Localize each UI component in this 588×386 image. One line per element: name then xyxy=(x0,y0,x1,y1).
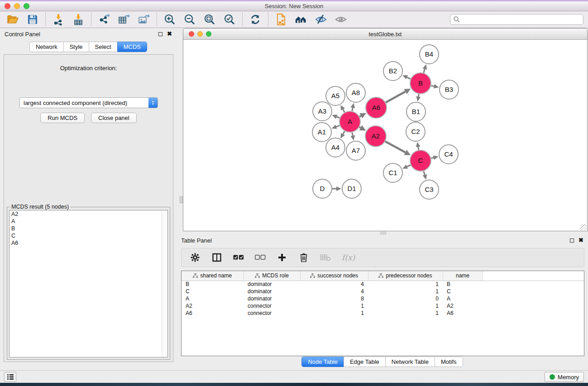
table-cell[interactable]: B xyxy=(443,281,483,288)
table-cell[interactable]: 1 xyxy=(300,310,368,317)
table-cell[interactable]: 1 xyxy=(368,302,443,310)
graph-edge[interactable] xyxy=(407,165,411,167)
graph-edge[interactable] xyxy=(352,108,353,111)
result-item[interactable]: A xyxy=(10,218,167,225)
zoom-fit-icon[interactable] xyxy=(203,13,216,26)
resize-grip-icon[interactable] xyxy=(580,224,587,230)
table-row[interactable]: A2connector11A2 xyxy=(182,302,584,310)
zoom-out-icon[interactable] xyxy=(183,13,196,26)
open-file-icon[interactable] xyxy=(6,13,19,26)
scrollbar-track[interactable] xyxy=(162,210,167,357)
delete-table-icon[interactable] xyxy=(320,252,331,263)
close-panel-button[interactable]: Close panel xyxy=(91,113,137,123)
graph-edge[interactable] xyxy=(431,157,433,158)
table-row[interactable]: Bdominator41B xyxy=(182,281,584,288)
table-cell[interactable]: 0 xyxy=(368,295,443,302)
select-all-icon[interactable] xyxy=(233,252,244,263)
table-cell[interactable]: 8 xyxy=(300,295,368,302)
hide-panels-icon[interactable] xyxy=(315,13,327,26)
graph-edge[interactable] xyxy=(359,116,361,117)
table-row[interactable]: Cdominator41C xyxy=(182,288,584,295)
graph-edge[interactable] xyxy=(418,94,419,97)
graph-edge[interactable] xyxy=(343,110,345,112)
column-header[interactable]: predecessor nodes xyxy=(368,271,443,281)
memory-button[interactable]: Memory xyxy=(545,372,584,382)
show-columns-icon[interactable] xyxy=(211,252,222,263)
tab-motifs[interactable]: Motifs xyxy=(435,357,463,367)
search-input[interactable] xyxy=(460,16,583,23)
graph-edge[interactable] xyxy=(337,117,340,118)
tab-network[interactable]: Network xyxy=(29,42,63,52)
new-network-from-file-icon[interactable] xyxy=(275,13,287,26)
graph-edge[interactable] xyxy=(424,171,425,175)
table-cell[interactable]: connector xyxy=(244,302,300,310)
table-cell[interactable]: 1 xyxy=(300,302,368,310)
table-settings-icon[interactable] xyxy=(190,252,201,263)
graph-edge[interactable] xyxy=(385,141,406,152)
show-all-networks-icon[interactable] xyxy=(295,13,307,26)
column-header[interactable]: name xyxy=(443,271,483,281)
table-cell[interactable]: A2 xyxy=(443,302,483,310)
table-cell[interactable]: A6 xyxy=(443,310,483,317)
result-item[interactable]: A2 xyxy=(10,210,167,218)
search-box[interactable] xyxy=(450,14,583,25)
graph-edge[interactable] xyxy=(336,125,340,127)
graph-edge[interactable] xyxy=(352,133,353,136)
tab-style[interactable]: Style xyxy=(63,42,89,52)
table-cell[interactable]: A xyxy=(182,295,244,302)
tab-network-table[interactable]: Network Table xyxy=(385,357,435,367)
deselect-all-icon[interactable] xyxy=(255,252,266,263)
table-cell[interactable]: 4 xyxy=(300,288,368,295)
graph-edge[interactable] xyxy=(386,91,406,102)
graph-edge[interactable] xyxy=(359,127,361,128)
table-cell[interactable]: connector xyxy=(244,310,300,317)
table-cell[interactable]: A6 xyxy=(182,310,244,317)
float-icon[interactable] xyxy=(570,238,574,243)
table-cell[interactable]: dominator xyxy=(244,288,300,295)
export-network-icon[interactable] xyxy=(98,13,110,26)
export-image-icon[interactable] xyxy=(138,13,150,26)
close-icon[interactable]: ✖ xyxy=(167,32,172,36)
column-header[interactable]: MCDS role xyxy=(244,271,300,281)
graph-edge[interactable] xyxy=(407,77,411,79)
table-cell[interactable]: 4 xyxy=(300,281,368,288)
table-cell[interactable]: dominator xyxy=(244,295,300,302)
import-table-icon[interactable] xyxy=(72,13,85,26)
result-item[interactable]: C xyxy=(10,232,167,239)
export-table-icon[interactable] xyxy=(118,13,130,26)
horizontal-splitter[interactable] xyxy=(177,231,588,234)
result-item[interactable]: A6 xyxy=(10,239,167,247)
column-header[interactable]: shared name xyxy=(182,271,244,281)
table-cell[interactable]: 1 xyxy=(368,281,443,288)
table-cell[interactable]: 1 xyxy=(368,310,443,317)
column-header[interactable]: successor nodes xyxy=(300,271,368,281)
criterion-select[interactable]: largest connected component (directed) ▲… xyxy=(19,97,158,108)
table-cell[interactable]: A2 xyxy=(182,302,244,310)
zoom-selected-icon[interactable] xyxy=(223,13,236,26)
result-item[interactable]: B xyxy=(10,225,167,232)
float-icon[interactable] xyxy=(158,32,163,36)
table-row[interactable]: Adominator80A xyxy=(182,295,584,302)
add-icon[interactable] xyxy=(277,252,287,263)
graph-edge[interactable] xyxy=(343,131,345,134)
tab-edge-table[interactable]: Edge Table xyxy=(344,357,385,367)
save-session-icon[interactable] xyxy=(26,13,39,26)
zoom-in-icon[interactable] xyxy=(163,13,176,26)
table-row[interactable]: A6connector11A6 xyxy=(182,310,584,317)
table-cell[interactable]: A xyxy=(443,295,483,302)
table-cell[interactable]: C xyxy=(182,288,244,295)
function-builder-icon[interactable]: f(x) xyxy=(342,253,355,262)
tab-select[interactable]: Select xyxy=(89,42,117,52)
table-cell[interactable]: B xyxy=(182,281,244,288)
table-cell[interactable]: 1 xyxy=(368,288,443,295)
import-network-icon[interactable] xyxy=(52,13,65,26)
refresh-icon[interactable] xyxy=(249,13,262,26)
task-history-button[interactable] xyxy=(4,372,16,382)
table-cell[interactable]: C xyxy=(443,288,483,295)
show-panels-icon[interactable] xyxy=(335,13,347,26)
run-mcds-button[interactable]: Run MCDS xyxy=(40,113,85,123)
graph-edge[interactable] xyxy=(418,147,419,150)
close-icon[interactable]: ✖ xyxy=(578,238,583,243)
node-table[interactable]: shared nameMCDS rolesuccessor nodesprede… xyxy=(181,271,584,356)
graph-edge[interactable] xyxy=(431,86,434,86)
